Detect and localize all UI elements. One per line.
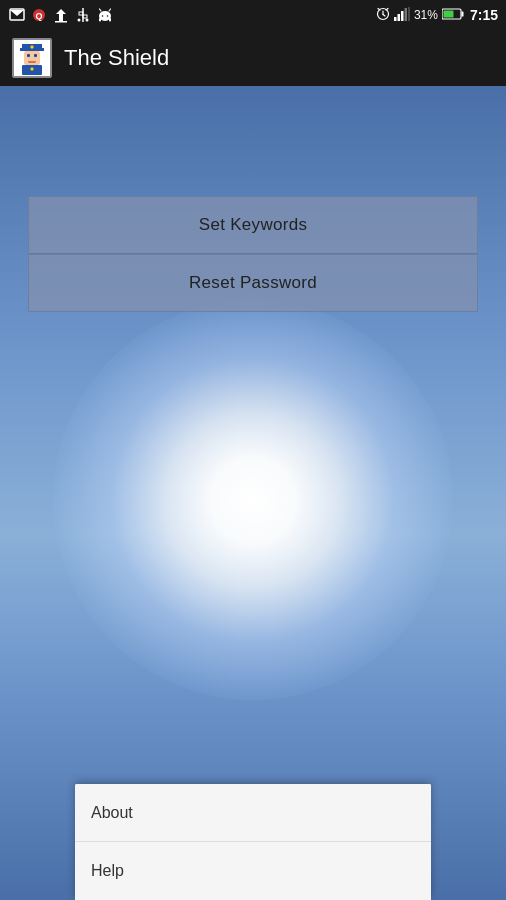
svg-point-13 <box>107 15 109 17</box>
alarm-icon <box>376 7 390 24</box>
app-title: The Shield <box>64 45 169 71</box>
svg-rect-25 <box>401 11 404 21</box>
signal-bars: E <box>394 7 410 24</box>
svg-rect-31 <box>443 10 453 17</box>
svg-text:Q: Q <box>35 11 42 21</box>
main-content: Set Keywords Reset Password About Help <box>0 86 506 900</box>
app-bar: The Shield <box>0 30 506 86</box>
buttons-area: Set Keywords Reset Password <box>28 196 478 312</box>
svg-rect-26 <box>404 8 407 21</box>
status-right-info: E 31% 7:15 <box>376 7 498 24</box>
app-icon <box>12 38 52 78</box>
svg-line-22 <box>386 8 388 10</box>
status-time: 7:15 <box>470 7 498 23</box>
svg-rect-23 <box>394 17 397 21</box>
status-bar: Q <box>0 0 506 30</box>
sun-glow <box>53 300 453 700</box>
svg-point-9 <box>78 19 81 22</box>
help-menu-item[interactable]: Help <box>75 842 431 900</box>
android-icon <box>96 7 114 23</box>
about-menu-item[interactable]: About <box>75 784 431 842</box>
svg-rect-36 <box>27 54 30 57</box>
svg-point-12 <box>102 15 104 17</box>
svg-rect-5 <box>55 21 67 23</box>
bottom-menu: About Help <box>75 784 431 900</box>
status-left-icons: Q <box>8 7 114 23</box>
svg-rect-38 <box>28 61 36 63</box>
battery-icon <box>442 8 464 23</box>
svg-rect-27 <box>408 7 410 21</box>
svg-line-21 <box>378 8 380 10</box>
svg-rect-17 <box>109 18 111 22</box>
notification-icon-1 <box>8 7 26 23</box>
notification-icon-2: Q <box>30 7 48 23</box>
svg-line-20 <box>383 14 385 16</box>
svg-rect-37 <box>34 54 37 57</box>
svg-rect-30 <box>461 11 463 16</box>
svg-text:E: E <box>405 7 410 8</box>
svg-rect-16 <box>99 18 101 22</box>
battery-percent: 31% <box>414 8 438 22</box>
set-keywords-button[interactable]: Set Keywords <box>28 196 478 254</box>
reset-password-button[interactable]: Reset Password <box>28 254 478 312</box>
svg-point-10 <box>86 19 89 22</box>
usb-icon <box>74 7 92 23</box>
svg-rect-24 <box>397 14 400 21</box>
upload-icon <box>52 7 70 23</box>
svg-line-15 <box>109 9 111 11</box>
svg-marker-1 <box>10 10 24 16</box>
svg-line-14 <box>100 9 102 11</box>
svg-marker-4 <box>56 9 66 21</box>
